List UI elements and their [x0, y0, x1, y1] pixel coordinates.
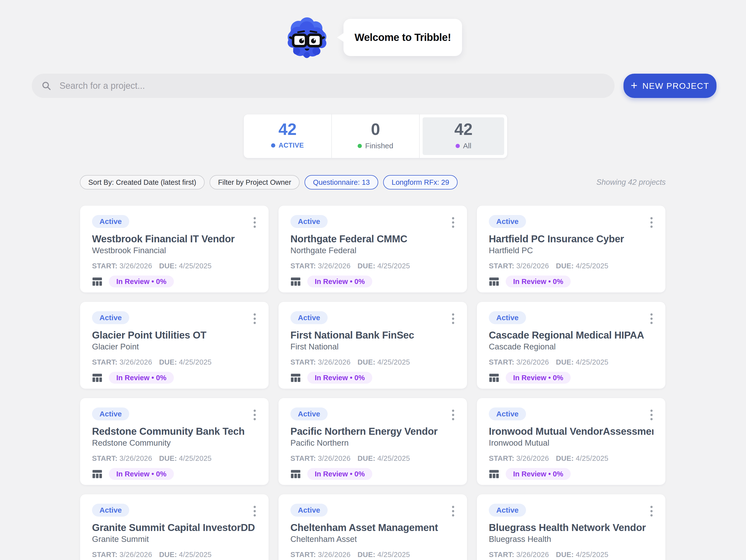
card-header: Active — [92, 215, 257, 228]
project-card[interactable]: Active Granite Summit Capital InvestorDD… — [80, 494, 269, 560]
due-date: 4/25/2025 — [377, 454, 410, 462]
filter-owner-pill[interactable]: Filter by Project Owner — [209, 175, 299, 190]
kebab-menu-icon[interactable] — [253, 311, 257, 326]
finished-count: 0 — [371, 120, 380, 138]
kebab-menu-icon[interactable] — [452, 504, 455, 519]
due-date: 4/25/2025 — [377, 358, 410, 366]
status-badge: Active — [489, 408, 526, 420]
start-label: START: — [290, 551, 316, 559]
project-stats-card: 42 ACTIVE 0 Finished 42 All — [243, 114, 508, 158]
card-header: Active — [489, 215, 654, 228]
review-badge: In Review • 0% — [307, 276, 372, 287]
start-date: 3/26/2026 — [119, 262, 152, 270]
start-label: START: — [290, 454, 316, 462]
all-label: All — [463, 142, 471, 150]
start-date: 3/26/2026 — [119, 358, 152, 366]
project-card[interactable]: Active Pacific Northern Energy Vendor Pa… — [278, 398, 467, 485]
due-label: DUE: — [556, 262, 574, 270]
start-label: START: — [92, 454, 118, 462]
start-label: START: — [489, 262, 514, 270]
project-client: Pacific Northern — [290, 438, 455, 448]
start-label: START: — [92, 358, 118, 366]
project-title: First National Bank FinSec — [290, 330, 455, 340]
due-label: DUE: — [159, 262, 177, 270]
due-label: DUE: — [357, 454, 375, 462]
card-header: Active — [489, 504, 654, 516]
card-header: Active — [92, 408, 257, 420]
welcome-text: Welcome to Tribble! — [355, 31, 451, 44]
due-date: 4/25/2025 — [576, 358, 609, 366]
project-card[interactable]: Active Northgate Federal CMMC Northgate … — [278, 205, 467, 292]
search-input[interactable] — [32, 74, 614, 98]
showing-count-text: Showing 42 projects — [597, 178, 666, 187]
due-label: DUE: — [556, 358, 574, 366]
project-card[interactable]: Active Glacier Point Utilities OT Glacie… — [80, 302, 269, 389]
project-card[interactable]: Active First National Bank FinSec First … — [278, 302, 467, 389]
table-icon — [290, 372, 301, 383]
kebab-menu-icon[interactable] — [452, 311, 455, 326]
all-dot-icon — [456, 144, 460, 148]
start-date: 3/26/2026 — [318, 454, 351, 462]
finished-caption: Finished — [357, 142, 393, 150]
project-title: Ironwood Mutual VendorAssessment — [489, 426, 654, 437]
kebab-menu-icon[interactable] — [650, 504, 654, 519]
kebab-menu-icon[interactable] — [650, 311, 654, 326]
kebab-menu-icon[interactable] — [452, 408, 455, 422]
project-title: Redstone Community Bank Tech — [92, 426, 257, 437]
project-card[interactable]: Active Cascade Regional Medical HIPAA Ca… — [477, 302, 666, 389]
card-footer: In Review • 0% — [489, 468, 654, 480]
questionnaire-pill[interactable]: Questionnaire: 13 — [305, 175, 378, 190]
due-date: 4/25/2025 — [179, 551, 212, 559]
due-label: DUE: — [159, 454, 177, 462]
table-icon — [489, 469, 499, 479]
project-card[interactable]: Active Redstone Community Bank Tech Reds… — [80, 398, 269, 485]
review-badge: In Review • 0% — [506, 468, 571, 480]
status-badge: Active — [489, 215, 526, 228]
project-card[interactable]: Active Cheltenham Asset Management Chelt… — [278, 494, 467, 560]
search-bar[interactable] — [32, 74, 614, 98]
project-card[interactable]: Active Westbrook Financial IT Vendor Wes… — [80, 205, 269, 292]
due-label: DUE: — [357, 358, 375, 366]
start-label: START: — [92, 551, 118, 559]
status-badge: Active — [92, 215, 129, 228]
plus-icon: + — [631, 80, 637, 91]
due-date: 4/25/2025 — [377, 262, 410, 270]
project-dates: START:3/26/2026DUE:4/25/2025 — [290, 262, 455, 270]
stats-tab-finished[interactable]: 0 Finished — [331, 114, 420, 158]
kebab-menu-icon[interactable] — [452, 215, 455, 230]
project-card[interactable]: Active Hartfield PC Insurance Cyber Hart… — [477, 205, 666, 292]
tribble-mascot — [286, 16, 328, 58]
status-badge: Active — [489, 504, 526, 516]
due-label: DUE: — [357, 551, 375, 559]
card-footer: In Review • 0% — [489, 276, 654, 287]
stats-tab-active[interactable]: 42 ACTIVE — [244, 114, 331, 158]
project-card[interactable]: Active Bluegrass Health Network Vendor B… — [477, 494, 666, 560]
table-icon — [290, 469, 301, 479]
review-badge: In Review • 0% — [307, 468, 372, 480]
project-card[interactable]: Active Ironwood Mutual VendorAssessment … — [477, 398, 666, 485]
table-icon — [92, 276, 103, 287]
kebab-menu-icon[interactable] — [253, 504, 257, 519]
all-caption: All — [456, 142, 471, 150]
project-client: First National — [290, 342, 455, 352]
project-client: Bluegrass Health — [489, 534, 654, 544]
status-badge: Active — [489, 311, 526, 324]
due-label: DUE: — [159, 551, 177, 559]
kebab-menu-icon[interactable] — [650, 408, 654, 422]
start-date: 3/26/2026 — [516, 454, 549, 462]
tribble-mascot-icon — [286, 16, 328, 58]
table-icon — [489, 276, 499, 287]
card-footer: In Review • 0% — [92, 372, 257, 384]
project-title: Northgate Federal CMMC — [290, 233, 455, 244]
kebab-menu-icon[interactable] — [253, 408, 257, 422]
kebab-menu-icon[interactable] — [253, 215, 257, 230]
new-project-button[interactable]: + NEW PROJECT — [624, 74, 716, 98]
stats-tab-all[interactable]: 42 All — [419, 114, 507, 158]
active-count: 42 — [279, 120, 297, 138]
start-label: START: — [489, 551, 514, 559]
due-date: 4/25/2025 — [179, 262, 212, 270]
sort-by-pill[interactable]: Sort By: Created Date (latest first) — [80, 175, 205, 190]
longform-rfx-pill[interactable]: Longform RFx: 29 — [383, 175, 458, 190]
kebab-menu-icon[interactable] — [650, 215, 654, 230]
filter-row: Sort By: Created Date (latest first) Fil… — [80, 175, 666, 190]
